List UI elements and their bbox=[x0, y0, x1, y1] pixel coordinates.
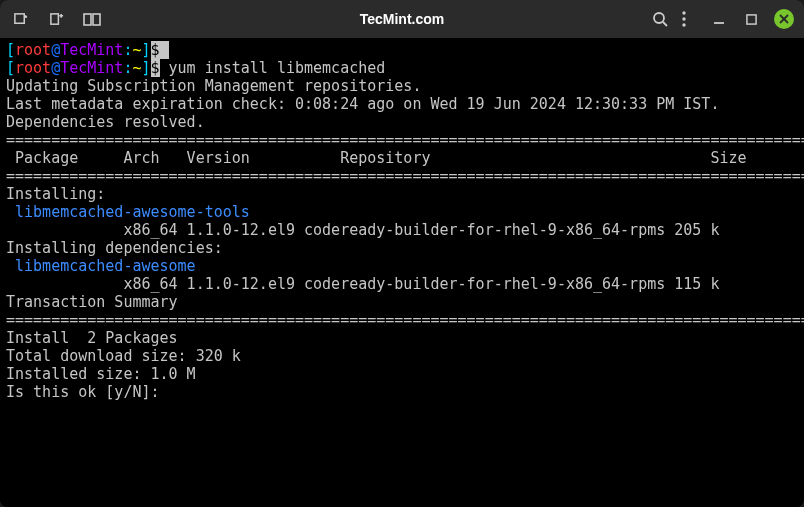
svg-line-9 bbox=[663, 22, 667, 26]
svg-point-11 bbox=[682, 17, 685, 20]
separator-line: ========================================… bbox=[6, 131, 798, 149]
svg-point-12 bbox=[682, 23, 685, 26]
svg-point-10 bbox=[682, 11, 685, 14]
titlebar-left-controls bbox=[10, 9, 102, 29]
new-tab-icon[interactable] bbox=[10, 9, 30, 29]
window-controls bbox=[710, 9, 794, 29]
titlebar-right-controls bbox=[652, 9, 794, 29]
maximize-button[interactable] bbox=[742, 10, 760, 28]
terminal-window: TecMint.com [root@TecMint:~]$ [root@T bbox=[0, 0, 804, 507]
output-line: Last metadata expiration check: 0:08:24 … bbox=[6, 95, 798, 113]
installed-size: Installed size: 1.0 M bbox=[6, 365, 798, 383]
minimize-button[interactable] bbox=[710, 10, 728, 28]
terminal-body[interactable]: [root@TecMint:~]$ [root@TecMint:~]$ yum … bbox=[0, 38, 804, 507]
close-button[interactable] bbox=[774, 9, 794, 29]
section-installing: Installing: bbox=[6, 185, 798, 203]
svg-rect-0 bbox=[14, 13, 23, 22]
install-count: Install 2 Packages bbox=[6, 329, 798, 347]
split-icon[interactable] bbox=[82, 9, 102, 29]
download-size: Total download size: 320 k bbox=[6, 347, 798, 365]
svg-rect-3 bbox=[50, 13, 58, 23]
package-name: libmemcached-awesome-tools bbox=[6, 203, 798, 221]
transaction-summary: Transaction Summary bbox=[6, 293, 798, 311]
new-window-icon[interactable] bbox=[46, 9, 66, 29]
separator-line: ========================================… bbox=[6, 311, 798, 329]
prompt-line-2: [root@TecMint:~]$ yum install libmemcach… bbox=[6, 59, 798, 77]
svg-rect-7 bbox=[93, 14, 100, 25]
window-title: TecMint.com bbox=[360, 11, 445, 27]
command-text: yum install libmemcached bbox=[160, 59, 386, 77]
menu-icon[interactable] bbox=[682, 11, 686, 27]
package-detail: x86_64 1.1.0-12.el9 codeready-builder-fo… bbox=[6, 221, 798, 239]
search-icon[interactable] bbox=[652, 11, 668, 27]
svg-point-8 bbox=[654, 13, 664, 23]
svg-rect-6 bbox=[84, 14, 91, 25]
separator-line: ========================================… bbox=[6, 167, 798, 185]
output-line: Updating Subscription Management reposit… bbox=[6, 77, 798, 95]
prompt-line-1: [root@TecMint:~]$ bbox=[6, 41, 798, 59]
section-installdeps: Installing dependencies: bbox=[6, 239, 798, 257]
package-detail: x86_64 1.1.0-12.el9 codeready-builder-fo… bbox=[6, 275, 798, 293]
confirm-prompt: Is this ok [y/N]: bbox=[6, 383, 798, 401]
svg-rect-14 bbox=[746, 14, 755, 23]
table-header: Package Arch Version Repository Size bbox=[6, 149, 798, 167]
package-name: libmemcached-awesome bbox=[6, 257, 798, 275]
titlebar: TecMint.com bbox=[0, 0, 804, 38]
output-line: Dependencies resolved. bbox=[6, 113, 798, 131]
